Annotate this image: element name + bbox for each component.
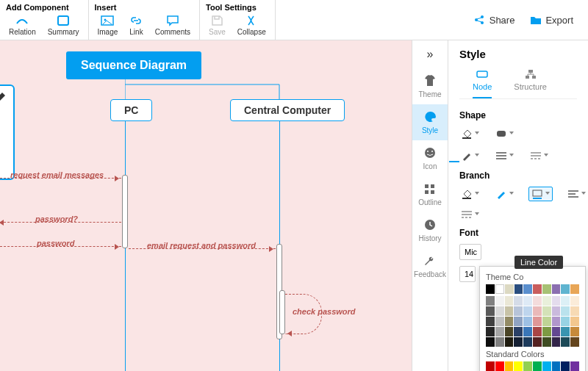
export-button[interactable]: Export: [529, 14, 573, 26]
color-swatch[interactable]: [514, 337, 523, 347]
color-swatch[interactable]: [523, 361, 532, 371]
color-swatch[interactable]: [542, 296, 551, 306]
color-swatch[interactable]: [533, 327, 542, 336]
color-swatch[interactable]: [486, 284, 495, 294]
color-swatch[interactable]: [514, 361, 523, 371]
color-swatch[interactable]: [505, 284, 514, 294]
color-swatch[interactable]: [486, 361, 495, 371]
color-swatch[interactable]: [542, 327, 551, 336]
color-swatch[interactable]: [561, 327, 570, 336]
color-swatch[interactable]: [561, 296, 570, 306]
color-swatch[interactable]: [523, 306, 532, 316]
color-swatch[interactable]: [505, 337, 514, 347]
color-swatch[interactable]: [505, 306, 514, 316]
message-label[interactable]: check password: [293, 307, 356, 316]
color-swatch[interactable]: [542, 317, 551, 326]
color-swatch[interactable]: [495, 306, 504, 316]
color-swatch[interactable]: [523, 284, 532, 294]
node-central-computer[interactable]: Central Computer: [230, 99, 345, 121]
message-label[interactable]: email request and password: [147, 241, 256, 250]
color-swatch[interactable]: [523, 327, 532, 336]
color-swatch[interactable]: [495, 317, 504, 326]
branch-style-button[interactable]: [459, 209, 481, 220]
fill-color-button[interactable]: [459, 126, 481, 141]
border-width-button[interactable]: [494, 148, 515, 163]
color-swatch[interactable]: [542, 361, 551, 371]
color-swatch[interactable]: [505, 296, 514, 306]
color-swatch[interactable]: [514, 284, 523, 294]
shape-type-button[interactable]: [494, 126, 515, 141]
color-swatch[interactable]: [533, 361, 542, 371]
message-label[interactable]: request email messages: [10, 170, 104, 179]
font-family-select[interactable]: Mic: [459, 244, 481, 260]
color-swatch[interactable]: [561, 284, 570, 294]
color-swatch[interactable]: [514, 306, 523, 316]
color-swatch[interactable]: [570, 296, 579, 306]
color-swatch[interactable]: [486, 296, 495, 306]
message-label[interactable]: password: [37, 239, 74, 248]
link-button[interactable]: Link: [123, 13, 148, 37]
tab-history[interactable]: History: [412, 212, 448, 248]
collapse-panel-button[interactable]: »: [420, 40, 441, 68]
color-swatch[interactable]: [486, 337, 495, 347]
color-swatch[interactable]: [533, 296, 542, 306]
color-swatch[interactable]: [542, 284, 551, 294]
summary-button[interactable]: Summary: [42, 13, 85, 37]
color-swatch[interactable]: [552, 296, 561, 306]
color-swatch[interactable]: [561, 337, 570, 347]
border-color-button[interactable]: [459, 148, 481, 163]
relation-button[interactable]: Relation: [3, 13, 42, 37]
color-swatch[interactable]: [523, 317, 532, 326]
color-swatch[interactable]: [495, 337, 504, 347]
color-swatch[interactable]: [570, 337, 579, 347]
tab-outline[interactable]: Outline: [412, 176, 448, 212]
panel-tab-structure[interactable]: Structure: [514, 69, 547, 98]
font-size-select[interactable]: 14: [459, 266, 476, 282]
color-swatch[interactable]: [552, 306, 561, 316]
tab-style[interactable]: Style: [412, 104, 448, 140]
share-button[interactable]: Share: [473, 14, 515, 26]
color-swatch[interactable]: [533, 317, 542, 326]
tab-icon[interactable]: Icon: [412, 140, 448, 176]
color-swatch[interactable]: [570, 361, 579, 371]
color-swatch[interactable]: [533, 337, 542, 347]
color-swatch[interactable]: [552, 317, 561, 326]
color-swatch[interactable]: [570, 327, 579, 336]
color-swatch[interactable]: [514, 317, 523, 326]
color-swatch[interactable]: [486, 327, 495, 336]
node-pc[interactable]: PC: [110, 99, 152, 121]
color-swatch[interactable]: [505, 317, 514, 326]
image-button[interactable]: Image: [92, 13, 124, 37]
color-swatch[interactable]: [552, 337, 561, 347]
color-swatch[interactable]: [523, 296, 532, 306]
color-swatch[interactable]: [514, 327, 523, 336]
color-swatch[interactable]: [561, 306, 570, 316]
selected-node[interactable]: [0, 84, 15, 180]
color-swatch[interactable]: [523, 337, 532, 347]
activation-bar[interactable]: [279, 290, 285, 334]
color-swatch[interactable]: [495, 284, 504, 294]
color-swatch[interactable]: [561, 361, 570, 371]
color-swatch[interactable]: [505, 327, 514, 336]
branch-fill-button[interactable]: [459, 187, 481, 201]
line-color-button[interactable]: [528, 187, 553, 201]
panel-tab-node[interactable]: Node: [473, 69, 492, 98]
color-swatch[interactable]: [495, 296, 504, 306]
color-swatch[interactable]: [552, 284, 561, 294]
diagram-canvas[interactable]: Sequence Diagram PC Central Computer req…: [0, 40, 412, 371]
activation-bar[interactable]: [122, 175, 128, 248]
color-swatch[interactable]: [495, 327, 504, 336]
color-swatch[interactable]: [533, 284, 542, 294]
color-swatch[interactable]: [570, 284, 579, 294]
color-swatch[interactable]: [486, 317, 495, 326]
color-swatch[interactable]: [542, 337, 551, 347]
branch-align-button[interactable]: [566, 187, 587, 201]
color-swatch[interactable]: [505, 361, 514, 371]
comments-button[interactable]: Comments: [149, 13, 196, 37]
color-swatch[interactable]: [486, 306, 495, 316]
color-swatch[interactable]: [552, 361, 561, 371]
message-label[interactable]: password?: [35, 215, 78, 223]
color-swatch[interactable]: [533, 306, 542, 316]
tab-feedback[interactable]: Feedback: [412, 248, 448, 284]
color-swatch[interactable]: [552, 327, 561, 336]
